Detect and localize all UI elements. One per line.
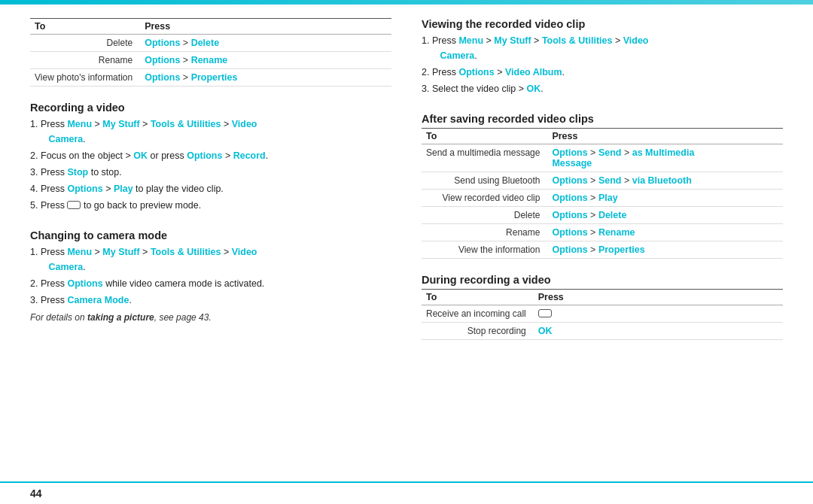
table-row: Receive an incoming call xyxy=(422,305,783,323)
row-press: OK xyxy=(534,323,783,340)
step-item: Press Options > Play to play the video c… xyxy=(41,181,391,196)
col-header-to: To xyxy=(30,19,140,35)
after-saving-section: After saving recorded video clips To Pre… xyxy=(422,113,783,259)
cyan-text: Options xyxy=(552,227,587,238)
cyan-text: Options xyxy=(145,72,180,83)
phone-icon xyxy=(538,309,552,317)
row-press: Options > Send > via Bluetooth xyxy=(547,172,783,190)
page-number: 44 xyxy=(30,487,42,499)
top-table-block: To Press Delete Options > Delete Rename … xyxy=(30,18,391,87)
table-row: Delete Options > Delete xyxy=(30,35,391,52)
page-container: To Press Delete Options > Delete Rename … xyxy=(0,5,813,481)
cyan-text: OK xyxy=(526,83,540,94)
viewing-steps: Press Menu > My Stuff > Tools & Utilitie… xyxy=(422,33,783,96)
table-row: Stop recording OK xyxy=(422,323,783,340)
row-press: Options > Play xyxy=(547,190,783,207)
row-label: Rename xyxy=(422,224,547,241)
cyan-text: My Stuff xyxy=(102,247,139,257)
cyan-text: OK xyxy=(133,150,148,161)
note-text: For details on taking a picture, see pag… xyxy=(30,312,391,323)
cyan-text: Options xyxy=(145,38,180,48)
col-header-to: To xyxy=(422,129,547,144)
cyan-text: Options xyxy=(552,244,587,255)
row-press: Options > Delete xyxy=(140,35,391,52)
cyan-text: Options xyxy=(552,175,587,186)
cyan-text: Play xyxy=(114,184,133,194)
section-heading-camera-mode: Changing to camera mode xyxy=(30,229,391,241)
during-recording-table: To Press Receive an incoming call Stop r… xyxy=(422,289,783,340)
cyan-text: Options xyxy=(145,55,180,65)
col-header-to: To xyxy=(422,290,534,305)
after-saving-table: To Press Send a multimedia message Optio… xyxy=(422,128,783,259)
row-press: Options > Send > as MultimediaMessage xyxy=(547,144,783,172)
step-item: Press Menu > My Stuff > Tools & Utilitie… xyxy=(432,33,783,63)
row-label: Receive an incoming call xyxy=(422,305,534,323)
camera-mode-section: Changing to camera mode Press Menu > My … xyxy=(30,229,391,323)
row-press: Options > Rename xyxy=(547,224,783,241)
cyan-text: OK xyxy=(538,326,553,336)
camera-mode-steps: Press Menu > My Stuff > Tools & Utilitie… xyxy=(30,244,391,308)
cyan-text: Rename xyxy=(598,227,635,238)
cyan-text: Options xyxy=(552,210,587,220)
cyan-text: Stop xyxy=(67,167,88,178)
cyan-text: Video Album xyxy=(505,67,562,77)
during-recording-section: During recording a video To Press Receiv… xyxy=(422,274,783,340)
section-heading-after-saving: After saving recorded video clips xyxy=(422,113,783,125)
cyan-text: Tools & Utilities xyxy=(151,119,221,129)
cyan-text: Options xyxy=(552,147,587,158)
section-heading-during-recording: During recording a video xyxy=(422,274,783,286)
table-row: Delete Options > Delete xyxy=(422,207,783,224)
row-label: Delete xyxy=(422,207,547,224)
step-item: Press to go back to preview mode. xyxy=(41,198,391,213)
back-button-icon xyxy=(67,201,81,209)
step-item: Press Camera Mode. xyxy=(41,293,391,308)
cyan-text: Options xyxy=(67,184,102,194)
row-label: Send a multimedia message xyxy=(422,144,547,172)
cyan-text: Options xyxy=(552,193,587,203)
section-heading-recording: Recording a video xyxy=(30,102,391,114)
viewing-section: Viewing the recorded video clip Press Me… xyxy=(422,18,783,98)
step-item: Focus on the object > OK or press Option… xyxy=(41,148,391,163)
recording-steps: Press Menu > My Stuff > Tools & Utilitie… xyxy=(30,117,391,213)
col-header-press: Press xyxy=(547,129,783,144)
cyan-text: Tools & Utilities xyxy=(151,247,221,257)
table-row: Send a multimedia message Options > Send… xyxy=(422,144,783,172)
cyan-text: Options xyxy=(458,67,494,77)
step-item: Press Menu > My Stuff > Tools & Utilitie… xyxy=(41,244,391,275)
table-row: Rename Options > Rename xyxy=(30,52,391,69)
cyan-text: Play xyxy=(598,193,618,203)
cyan-text: Camera Mode xyxy=(67,295,129,305)
cyan-text: Send xyxy=(598,147,622,158)
table-row: View the information Options > Propertie… xyxy=(422,241,783,259)
row-label: Delete xyxy=(30,35,140,52)
table-row: Rename Options > Rename xyxy=(422,224,783,241)
cyan-text: Send xyxy=(598,175,622,186)
right-column: Viewing the recorded video clip Press Me… xyxy=(422,18,783,468)
row-press: Options > Delete xyxy=(547,207,783,224)
cyan-text: Record xyxy=(233,150,266,161)
row-label: View recorded video clip xyxy=(422,190,547,207)
row-label: View photo's information xyxy=(30,69,140,87)
cyan-text: Menu xyxy=(458,35,483,46)
row-label: Rename xyxy=(30,52,140,69)
table-row: View photo's information Options > Prope… xyxy=(30,69,391,87)
cyan-text: Menu xyxy=(67,247,92,257)
row-press: Options > Properties xyxy=(140,69,391,87)
col-header-press: Press xyxy=(140,19,391,35)
table-row: Send using Bluetooth Options > Send > vi… xyxy=(422,172,783,190)
cyan-text: My Stuff xyxy=(102,119,139,129)
left-column: To Press Delete Options > Delete Rename … xyxy=(30,18,391,468)
cyan-text: Properties xyxy=(191,72,238,83)
row-label: View the information xyxy=(422,241,547,259)
cyan-text: Rename xyxy=(191,55,228,65)
step-item: Press Options > Video Album. xyxy=(432,65,783,80)
recording-video-section: Recording a video Press Menu > My Stuff … xyxy=(30,102,391,214)
cyan-text: Menu xyxy=(67,119,92,129)
bottom-bar: 44 xyxy=(0,481,813,504)
row-label: Stop recording xyxy=(422,323,534,340)
cyan-text: Options xyxy=(67,278,102,289)
row-press xyxy=(534,305,783,323)
cyan-text: via Bluetooth xyxy=(632,175,692,186)
cyan-text: Delete xyxy=(598,210,627,220)
col-header-press: Press xyxy=(534,290,783,305)
